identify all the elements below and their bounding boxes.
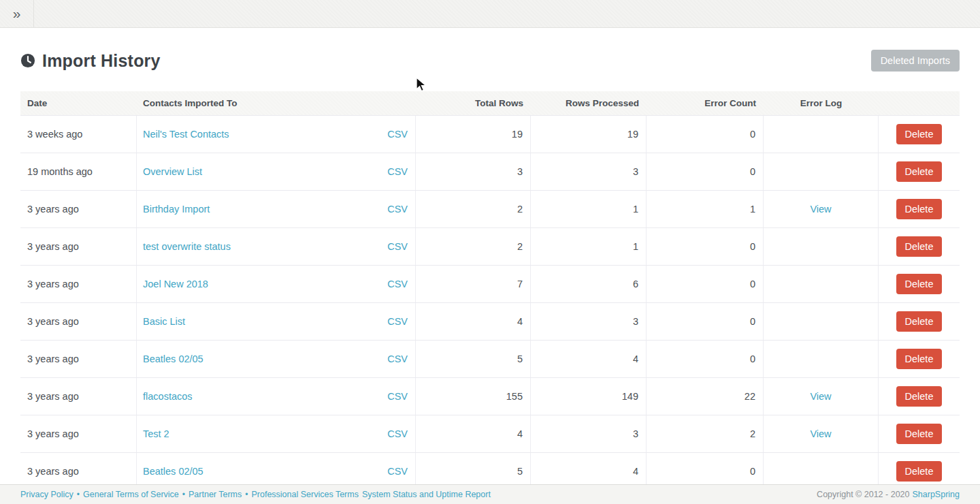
- table-row: 3 years ago Birthday Import CSV 2 1 1 Vi…: [20, 191, 960, 228]
- delete-cell: Delete: [879, 116, 960, 153]
- delete-button[interactable]: Delete: [896, 349, 943, 369]
- rows-processed-cell: 3: [531, 303, 647, 340]
- page-title: Import History: [42, 51, 161, 71]
- delete-button[interactable]: Delete: [896, 236, 943, 257]
- contact-list-link[interactable]: Beatles 02/05: [143, 353, 203, 364]
- view-error-log-link[interactable]: View: [810, 428, 831, 439]
- total-rows-cell: 19: [416, 116, 531, 153]
- import-date: 3 years ago: [20, 266, 137, 302]
- footer-link[interactable]: General Terms of Service: [83, 490, 179, 499]
- footer-link[interactable]: Professional Services Terms: [251, 490, 358, 499]
- header-total-rows: Total Rows: [416, 91, 531, 115]
- import-date: 3 weeks ago: [20, 116, 137, 153]
- error-log-cell: [764, 228, 879, 265]
- table-body: 3 weeks ago Neil's Test Contacts CSV 19 …: [20, 116, 960, 490]
- csv-download-link[interactable]: CSV: [387, 466, 408, 477]
- footer-separator: •: [245, 490, 248, 499]
- deleted-imports-button[interactable]: Deleted Imports: [871, 50, 960, 72]
- delete-button[interactable]: Delete: [896, 199, 943, 219]
- import-date: 3 years ago: [20, 228, 137, 265]
- rows-processed-cell: 1: [531, 228, 647, 265]
- delete-cell: Delete: [879, 191, 960, 227]
- contact-list-link[interactable]: Beatles 02/05: [143, 466, 203, 477]
- import-date: 3 years ago: [20, 303, 137, 340]
- error-count-cell: 0: [647, 341, 764, 377]
- contact-list-link[interactable]: Test 2: [143, 428, 169, 439]
- view-error-log-link[interactable]: View: [810, 204, 831, 215]
- contact-list-link[interactable]: test overwrite status: [143, 241, 231, 252]
- sidebar-expand-button[interactable]: »: [0, 0, 34, 27]
- header-error-log: Error Log: [764, 91, 879, 115]
- total-rows-cell: 155: [416, 378, 531, 415]
- rows-processed-cell: 6: [531, 266, 647, 302]
- footer-link[interactable]: Partner Terms: [189, 490, 242, 499]
- sharpspring-link[interactable]: SharpSpring: [913, 490, 960, 499]
- copyright-text: Copyright © 2012 - 2020SharpSpring: [817, 490, 960, 499]
- footer-link[interactable]: System Status and Uptime Report: [362, 490, 491, 499]
- csv-download-link[interactable]: CSV: [387, 204, 408, 215]
- contact-list-link[interactable]: Overview List: [143, 166, 202, 177]
- delete-cell: Delete: [879, 341, 960, 377]
- footer-separator: •: [182, 490, 185, 499]
- import-date: 3 years ago: [20, 341, 137, 377]
- header-actions: [879, 91, 960, 115]
- header-contacts: Contacts Imported To: [137, 91, 416, 115]
- delete-button[interactable]: Delete: [896, 311, 943, 332]
- error-log-cell: [764, 303, 879, 340]
- total-rows-cell: 4: [416, 415, 531, 452]
- error-log-cell: [764, 153, 879, 190]
- double-chevron-right-icon: »: [13, 6, 21, 20]
- contacts-imported-cell: Birthday Import CSV: [137, 191, 416, 227]
- csv-download-link[interactable]: CSV: [387, 129, 408, 140]
- import-date: 3 years ago: [20, 378, 137, 415]
- page-header: Import History Deleted Imports: [20, 50, 960, 72]
- delete-button[interactable]: Delete: [896, 461, 943, 482]
- error-log-cell: View: [764, 378, 879, 415]
- delete-button[interactable]: Delete: [896, 386, 943, 407]
- contacts-imported-cell: Overview List CSV: [137, 153, 416, 190]
- contacts-imported-cell: test overwrite status CSV: [137, 228, 416, 265]
- contact-list-link[interactable]: Joel New 2018: [143, 279, 208, 289]
- rows-processed-cell: 3: [531, 153, 647, 190]
- csv-download-link[interactable]: CSV: [387, 241, 408, 252]
- total-rows-cell: 4: [416, 303, 531, 340]
- import-date: 3 years ago: [20, 191, 137, 227]
- error-count-cell: 0: [647, 116, 764, 153]
- csv-download-link[interactable]: CSV: [387, 316, 408, 327]
- contact-list-link[interactable]: flacostacos: [143, 391, 193, 402]
- table-row: 3 years ago test overwrite status CSV 2 …: [20, 228, 960, 266]
- error-count-cell: 0: [647, 228, 764, 265]
- table-row: 3 years ago Test 2 CSV 4 3 2 View Delete: [20, 415, 960, 453]
- clock-icon: [20, 53, 35, 68]
- header-date: Date: [20, 91, 137, 115]
- header-error-count: Error Count: [647, 91, 764, 115]
- footer-separator: •: [77, 490, 80, 499]
- delete-button[interactable]: Delete: [896, 161, 943, 182]
- rows-processed-cell: 1: [531, 191, 647, 227]
- csv-download-link[interactable]: CSV: [387, 279, 408, 289]
- total-rows-cell: 5: [416, 341, 531, 377]
- table-row: 3 weeks ago Neil's Test Contacts CSV 19 …: [20, 116, 960, 153]
- error-count-cell: 2: [647, 415, 764, 452]
- delete-button[interactable]: Delete: [896, 274, 943, 294]
- delete-cell: Delete: [879, 266, 960, 302]
- delete-button[interactable]: Delete: [896, 424, 943, 444]
- top-bar: »: [0, 0, 980, 28]
- contact-list-link[interactable]: Basic List: [143, 316, 185, 327]
- contacts-imported-cell: flacostacos CSV: [137, 378, 416, 415]
- csv-download-link[interactable]: CSV: [387, 428, 408, 439]
- contact-list-link[interactable]: Neil's Test Contacts: [143, 129, 229, 140]
- csv-download-link[interactable]: CSV: [387, 391, 408, 402]
- delete-button[interactable]: Delete: [896, 124, 943, 144]
- contacts-imported-cell: Beatles 02/05 CSV: [137, 341, 416, 377]
- rows-processed-cell: 3: [531, 415, 647, 452]
- delete-cell: Delete: [879, 153, 960, 190]
- contact-list-link[interactable]: Birthday Import: [143, 204, 210, 215]
- footer-links: Privacy Policy•General Terms of Service•…: [20, 490, 491, 499]
- footer-link[interactable]: Privacy Policy: [20, 490, 74, 499]
- csv-download-link[interactable]: CSV: [387, 166, 408, 177]
- table-row: 3 years ago Basic List CSV 4 3 0 Delete: [20, 303, 960, 341]
- delete-cell: Delete: [879, 378, 960, 415]
- csv-download-link[interactable]: CSV: [387, 353, 408, 364]
- view-error-log-link[interactable]: View: [810, 391, 831, 402]
